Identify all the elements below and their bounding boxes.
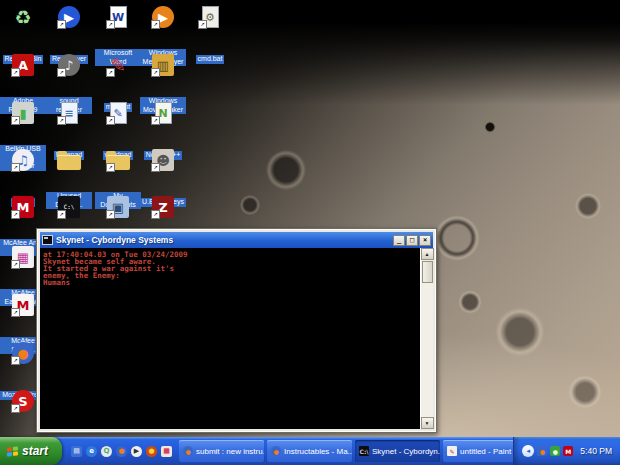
icon-label: cmd.bat — [196, 55, 225, 64]
task-button-area: ●submit : new instru...●Instructables - … — [179, 440, 513, 462]
cmd-icon — [42, 235, 53, 245]
task-button-firefox-0[interactable]: ●submit : new instru... — [179, 440, 264, 462]
tray-icons: ●●M — [537, 446, 573, 456]
wordpad-icon: ✎ — [105, 101, 131, 125]
clock: 5:40 PM — [580, 446, 612, 456]
mcafee-security-icon: M — [10, 293, 36, 317]
ub-funkeys-icon: ☻ — [150, 148, 176, 172]
mozilla-firefox-icon: ● — [10, 341, 36, 365]
paint-icon: ✎ — [447, 446, 457, 456]
task-button-label: submit : new instru... — [196, 447, 264, 456]
scroll-up-arrow[interactable]: ▲ — [421, 248, 434, 260]
window-title: Skynet - Cybordyne Systems — [56, 235, 390, 245]
quick-launch-firefox-icon[interactable]: ● — [116, 446, 127, 457]
mspaint-icon: ✎ — [105, 53, 131, 77]
quick-launch-game-grid-icon[interactable]: ▦ — [161, 446, 172, 457]
tray-mcafee-icon[interactable]: M — [563, 446, 573, 456]
pc-supercharger-icon: S — [10, 389, 36, 413]
windows-media-player-icon: ▶ — [150, 5, 176, 29]
windows-logo-icon — [7, 446, 18, 456]
tray-chevron-icon[interactable]: ◄ — [522, 445, 534, 457]
zen-media-icon: Z — [150, 195, 176, 219]
task-button-label: Instructables - Ma... — [284, 447, 352, 456]
quick-launch-quicktime-icon[interactable]: Q — [101, 446, 112, 457]
scroll-down-arrow[interactable]: ▼ — [421, 417, 434, 429]
maximize-button[interactable]: □ — [406, 235, 418, 246]
firefox-icon: ● — [271, 446, 281, 456]
my-documents-icon — [105, 148, 131, 172]
adobe-reader-9-icon: A — [10, 53, 36, 77]
unused-desktop-shortcuts-icon — [56, 148, 82, 172]
task-button-firefox-1[interactable]: ●Instructables - Ma... — [267, 440, 352, 462]
scroll-thumb[interactable] — [422, 261, 433, 283]
my-computer-icon: ▣ — [105, 195, 131, 219]
system-tray: ◄ ●●M 5:40 PM — [513, 437, 620, 465]
quick-launch-winamp-icon[interactable]: ● — [146, 446, 157, 457]
command-icon: C:\ — [56, 195, 82, 219]
quick-launch-bar: ▤eQ●▶●▦ — [62, 446, 179, 457]
quick-launch-internet-browser-icon[interactable]: e — [86, 446, 97, 457]
task-button-label: untitled - Paint — [460, 447, 511, 456]
mcafee-anti-theft-icon: M — [10, 195, 36, 219]
taskbar: start ▤eQ●▶●▦ ●submit : new instru...●In… — [0, 437, 620, 465]
cmd-icon: C:\ — [359, 446, 369, 456]
console-output[interactable]: at 17:40:04.03 on Tue 03/24/2009Skynet b… — [40, 248, 420, 429]
firefox-icon: ● — [183, 446, 193, 456]
screen: ♻Recycle Bin▶RealPlayerWMicrosoft Word▶W… — [0, 0, 620, 465]
tray-green-status-icon[interactable]: ● — [550, 446, 560, 456]
microsoft-word-icon: W — [105, 5, 131, 29]
belkin-usb-wlan-monitor-icon: ▮ — [10, 101, 36, 125]
console-line: Humans — [43, 279, 419, 286]
task-button-cmd-2[interactable]: C:\Skynet - Cybordyn... — [355, 440, 440, 462]
mcafee-easy-network-icon: ▦ — [10, 245, 36, 269]
window-title-bar[interactable]: Skynet - Cybordyne Systems _ □ × — [40, 232, 433, 248]
quick-launch-media-player-icon[interactable]: ▶ — [131, 446, 142, 457]
start-label: start — [22, 444, 48, 458]
sound-recorder-icon: ♪ — [56, 53, 82, 77]
recycle-bin-icon: ♻ — [10, 5, 36, 29]
quick-launch-show-desktop-icon[interactable]: ▤ — [71, 446, 82, 457]
desktop-icon-cmd-bat[interactable]: ⚙cmd.bat — [187, 5, 233, 65]
notepad-plus-plus-icon: N — [150, 101, 176, 125]
task-button-paint-3[interactable]: ✎untitled - Paint — [443, 440, 513, 462]
minimize-button[interactable]: _ — [393, 235, 405, 246]
realplayer-icon: ▶ — [56, 5, 82, 29]
console-area: at 17:40:04.03 on Tue 03/24/2009Skynet b… — [40, 248, 433, 429]
windows-movie-maker-icon: ▥ — [150, 53, 176, 77]
cmd-bat-icon: ⚙ — [197, 5, 223, 29]
start-button[interactable]: start — [0, 437, 62, 465]
task-button-label: Skynet - Cybordyn... — [372, 447, 440, 456]
tray-firefox-icon[interactable]: ● — [537, 446, 547, 456]
scrollbar[interactable]: ▲ ▼ — [420, 248, 433, 429]
skynet-console-window[interactable]: Skynet - Cybordyne Systems _ □ × at 17:4… — [36, 228, 437, 433]
notepad-icon: ≡ — [56, 101, 82, 125]
itunes-icon: ♫ — [10, 148, 36, 172]
close-button[interactable]: × — [419, 235, 431, 246]
console-line: enemy, the Enemy: — [43, 272, 419, 279]
window-controls: _ □ × — [393, 235, 431, 246]
